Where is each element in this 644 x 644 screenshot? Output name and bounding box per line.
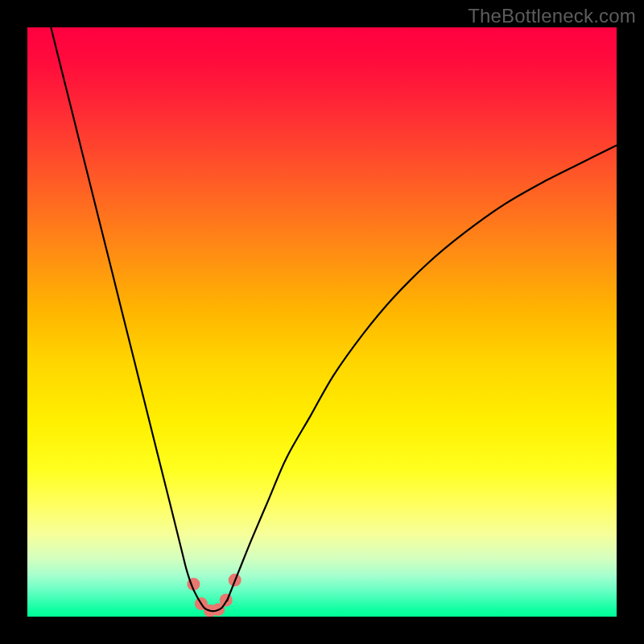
highlight-dot — [220, 594, 233, 607]
plot-area — [27, 27, 617, 617]
chart-svg — [27, 27, 617, 617]
watermark-text: TheBottleneck.com — [468, 5, 636, 27]
bottleneck-curve — [51, 27, 617, 611]
outer-frame: TheBottleneck.com — [0, 0, 644, 644]
